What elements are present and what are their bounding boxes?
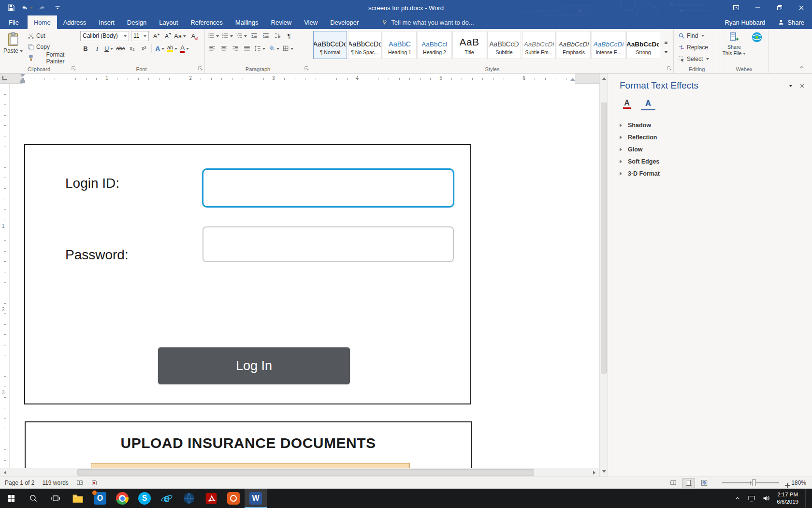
- taskbar-clock[interactable]: 2:17 PM 6/6/2019: [777, 491, 798, 506]
- pane-options-button[interactable]: [788, 82, 792, 89]
- style-normal[interactable]: AaBbCcDc¶ Normal: [313, 31, 347, 59]
- restore-button[interactable]: [768, 0, 790, 15]
- style-subtle-emphasis[interactable]: AaBbCcDiSubtle Em...: [522, 31, 556, 59]
- section-reflection[interactable]: Reflection: [620, 131, 812, 143]
- tab-address[interactable]: Address: [57, 15, 93, 29]
- borders-button[interactable]: [281, 43, 294, 54]
- vertical-scrollbar[interactable]: [599, 74, 608, 477]
- style-strong[interactable]: AaBbCcDcStrong: [626, 31, 660, 59]
- shrink-font-button[interactable]: A: [161, 30, 172, 41]
- page-indicator[interactable]: Page 1 of 2: [5, 479, 34, 486]
- tell-me-search[interactable]: Tell me what you want to do...: [381, 15, 474, 29]
- change-case-button[interactable]: Aa: [173, 30, 187, 41]
- tab-design[interactable]: Design: [121, 15, 153, 29]
- decrease-indent-button[interactable]: [249, 30, 260, 41]
- qat-customize-button[interactable]: [50, 1, 65, 15]
- scroll-up-arrow[interactable]: [600, 74, 608, 82]
- pane-close-button[interactable]: [799, 83, 805, 89]
- style-subtitle[interactable]: AaBbCcDSubtitle: [487, 31, 521, 59]
- style-intense-emphasis[interactable]: AaBbCcDiIntense E...: [592, 31, 625, 59]
- left-indent-marker[interactable]: [20, 81, 25, 83]
- user-name[interactable]: Ryan Hubbard: [725, 19, 765, 26]
- horizontal-scroll-thumb[interactable]: [77, 469, 534, 476]
- clear-formatting-button[interactable]: A: [188, 30, 199, 41]
- upload-mockup-box[interactable]: UPLOAD INSURANCE DOCUMENTS: [25, 421, 472, 468]
- read-mode-button[interactable]: [667, 478, 680, 488]
- line-spacing-button[interactable]: [253, 43, 266, 54]
- volume-tray-button[interactable]: [762, 494, 770, 502]
- task-view-button[interactable]: [44, 489, 67, 508]
- bold-button[interactable]: B: [80, 43, 91, 54]
- scroll-left-arrow[interactable]: [0, 468, 8, 477]
- increase-indent-button[interactable]: [261, 30, 271, 41]
- copy-button[interactable]: Copy: [26, 42, 76, 52]
- tab-home[interactable]: Home: [28, 15, 57, 29]
- style-title[interactable]: AaBTitle: [452, 31, 486, 59]
- outlook-button[interactable]: O: [89, 489, 111, 508]
- zoom-slider[interactable]: [722, 479, 779, 487]
- upload-dropzone-box[interactable]: [91, 463, 410, 468]
- zoom-slider-thumb[interactable]: [752, 479, 756, 486]
- font-color-button[interactable]: A: [179, 43, 190, 54]
- text-effects-button[interactable]: A: [154, 43, 165, 54]
- style-heading-2[interactable]: AaBbCcIHeading 2: [418, 31, 451, 59]
- bullets-button[interactable]: [207, 30, 220, 41]
- cut-button[interactable]: Cut: [26, 30, 76, 41]
- format-painter-button[interactable]: Format Painter: [26, 53, 76, 63]
- login-id-input[interactable]: [202, 168, 454, 208]
- tab-file[interactable]: File: [0, 15, 28, 29]
- style-no-spacing[interactable]: AaBbCcDc¶ No Spac...: [348, 31, 382, 59]
- sort-button[interactable]: [272, 30, 283, 41]
- select-button[interactable]: Select: [677, 54, 710, 64]
- redo-button[interactable]: [35, 1, 49, 15]
- tab-developer[interactable]: Developer: [324, 15, 365, 29]
- network-tray-button[interactable]: [748, 494, 755, 502]
- zoom-percentage[interactable]: 180%: [789, 479, 806, 486]
- clipboard-dialog-launcher[interactable]: [71, 65, 77, 72]
- horizontal-scrollbar[interactable]: [0, 468, 599, 477]
- grow-font-button[interactable]: A: [150, 30, 160, 41]
- scroll-down-arrow[interactable]: [600, 468, 608, 477]
- orange-app-button[interactable]: [222, 489, 245, 508]
- web-layout-button[interactable]: [698, 478, 710, 488]
- align-left-button[interactable]: [207, 43, 218, 54]
- skype-button[interactable]: S: [133, 489, 156, 508]
- italic-button[interactable]: I: [92, 43, 102, 54]
- replace-button[interactable]: Replace: [677, 42, 710, 52]
- show-marks-button[interactable]: ¶: [284, 30, 294, 41]
- font-size-combo[interactable]: 11: [131, 31, 149, 41]
- log-in-button[interactable]: Log In: [158, 347, 350, 384]
- font-dialog-launcher[interactable]: [197, 65, 203, 72]
- collapse-ribbon-button[interactable]: [798, 64, 805, 71]
- paste-button[interactable]: Paste: [2, 30, 24, 65]
- word-count[interactable]: 119 words: [42, 479, 68, 486]
- subscript-button[interactable]: x₂: [127, 43, 137, 54]
- vertical-scroll-thumb[interactable]: [601, 103, 607, 374]
- chrome-button[interactable]: [111, 489, 133, 508]
- proofing-status-button[interactable]: [76, 479, 83, 486]
- section-soft-edges[interactable]: Soft Edges: [620, 155, 812, 167]
- strikethrough-button[interactable]: abc: [115, 43, 126, 54]
- highlight-button[interactable]: ab: [166, 43, 178, 54]
- shading-button[interactable]: [267, 43, 280, 54]
- acrobat-button[interactable]: [200, 489, 222, 508]
- text-effects-tab[interactable]: A: [641, 98, 655, 110]
- tab-mailings[interactable]: Mailings: [229, 15, 265, 29]
- superscript-button[interactable]: x²: [138, 43, 149, 54]
- styles-dialog-launcher[interactable]: [666, 65, 672, 72]
- multilevel-list-button[interactable]: [235, 30, 248, 41]
- section-3d-format[interactable]: 3-D Format: [620, 167, 812, 179]
- align-center-button[interactable]: [218, 43, 229, 54]
- zoom-in-button[interactable]: [784, 482, 786, 484]
- font-name-combo[interactable]: Calibri (Body): [80, 31, 129, 41]
- close-button[interactable]: [790, 0, 812, 15]
- tab-review[interactable]: Review: [265, 15, 298, 29]
- underline-button[interactable]: U: [103, 43, 114, 54]
- section-shadow[interactable]: Shadow: [620, 119, 812, 131]
- section-glow[interactable]: Glow: [620, 143, 812, 155]
- right-indent-marker[interactable]: [570, 75, 575, 81]
- print-layout-button[interactable]: [682, 478, 695, 488]
- undo-button[interactable]: [19, 1, 34, 15]
- vertical-ruler[interactable]: 1 2 3: [0, 84, 10, 468]
- styles-scroll-down-button[interactable]: [664, 44, 668, 51]
